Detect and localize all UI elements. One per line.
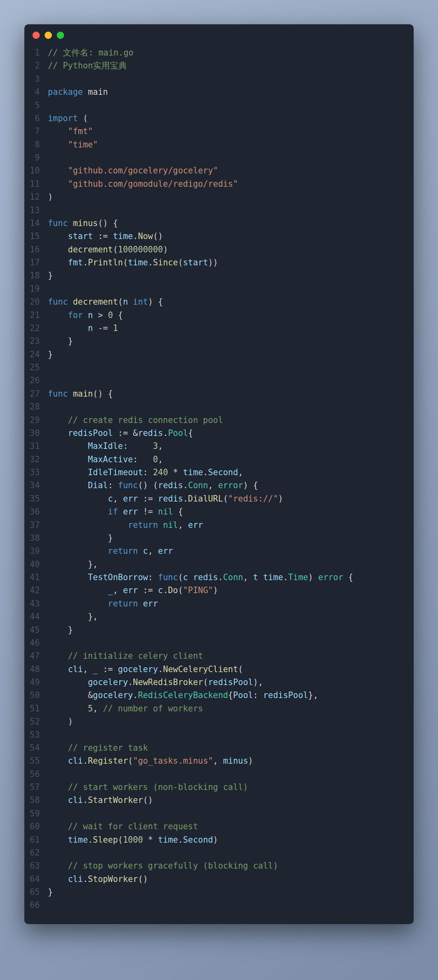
titlebar [24, 24, 414, 42]
code-content: // Python实用宝典 [48, 59, 414, 72]
code-content: "time" [48, 138, 414, 151]
code-content [48, 807, 414, 820]
code-content [48, 374, 414, 387]
code-line: 23 } [24, 335, 414, 348]
line-number: 12 [24, 190, 48, 203]
code-line: 38 } [24, 532, 414, 544]
maximize-icon[interactable] [57, 32, 64, 39]
line-number: 60 [24, 820, 48, 833]
line-number: 14 [24, 217, 48, 230]
code-line: 35 c, err := redis.DialURL("redis://") [24, 492, 414, 505]
code-line: 7 "fmt" [24, 125, 414, 138]
code-line: 39 return c, err [24, 544, 414, 557]
code-line: 55 cli.Register("go_tasks.minus", minus) [24, 754, 414, 767]
code-line: 36 if err != nil { [24, 505, 414, 518]
code-content: // register task [48, 741, 414, 754]
code-content: func main() { [48, 387, 414, 400]
line-number: 23 [24, 335, 48, 348]
line-number: 32 [24, 453, 48, 466]
code-content: time.Sleep(1000 * time.Second) [48, 833, 414, 846]
line-number: 30 [24, 427, 48, 440]
code-content [48, 361, 414, 374]
code-line: 44 }, [24, 610, 414, 623]
code-line: 46 [24, 636, 414, 649]
code-content [48, 400, 414, 413]
code-line: 21 for n > 0 { [24, 309, 414, 322]
code-line: 17 fmt.Println(time.Since(start)) [24, 256, 414, 269]
code-content: c, err := redis.DialURL("redis://") [48, 492, 414, 505]
code-content: // 文件名: main.go [48, 46, 414, 59]
line-number: 27 [24, 387, 48, 400]
line-number: 48 [24, 663, 48, 676]
minimize-icon[interactable] [45, 32, 52, 39]
close-icon[interactable] [32, 32, 40, 39]
line-number: 41 [24, 571, 48, 584]
code-content: Dial: func() (redis.Conn, error) { [48, 479, 414, 492]
line-number: 51 [24, 702, 48, 715]
line-number: 24 [24, 348, 48, 361]
line-number: 45 [24, 623, 48, 636]
code-content: MaxActive: 0, [48, 453, 414, 466]
code-content: if err != nil { [48, 505, 414, 518]
line-number: 15 [24, 230, 48, 243]
code-line: 14func minus() { [24, 217, 414, 230]
code-content [48, 728, 414, 741]
code-content: } [48, 335, 414, 348]
line-number: 35 [24, 492, 48, 505]
code-line: 15 start := time.Now() [24, 230, 414, 243]
code-content: TestOnBorrow: func(c redis.Conn, t time.… [48, 571, 414, 584]
line-number: 46 [24, 636, 48, 649]
code-line: 16 decrement(100000000) [24, 243, 414, 256]
code-content: "github.com/gocelery/gocelery" [48, 164, 414, 177]
code-content: // initialize celery client [48, 649, 414, 662]
line-number: 37 [24, 519, 48, 532]
line-number: 39 [24, 544, 48, 557]
line-number: 7 [24, 125, 48, 138]
code-content [48, 846, 414, 859]
code-line: 13 [24, 204, 414, 217]
line-number: 64 [24, 873, 48, 886]
code-content: "github.com/gomodule/redigo/redis" [48, 177, 414, 190]
code-content: fmt.Println(time.Since(start)) [48, 256, 414, 269]
line-number: 33 [24, 466, 48, 479]
code-content [48, 99, 414, 112]
line-number: 2 [24, 59, 48, 72]
code-content: // start workers (non-blocking call) [48, 781, 414, 794]
line-number: 22 [24, 322, 48, 335]
code-line: 24} [24, 348, 414, 361]
line-number: 11 [24, 177, 48, 190]
code-line: 41 TestOnBorrow: func(c redis.Conn, t ti… [24, 571, 414, 584]
code-content: return nil, err [48, 519, 414, 532]
code-content: import ( [48, 112, 414, 125]
code-line: 48 cli, _ := gocelery.NewCeleryClient( [24, 663, 414, 676]
line-number: 50 [24, 689, 48, 702]
code-line: 27func main() { [24, 387, 414, 400]
code-editor[interactable]: 1// 文件名: main.go2// Python实用宝典34package … [24, 42, 414, 924]
line-number: 43 [24, 597, 48, 610]
code-line: 58 cli.StartWorker() [24, 794, 414, 807]
code-line: 65} [24, 886, 414, 899]
line-number: 1 [24, 46, 48, 59]
code-content: n -= 1 [48, 322, 414, 335]
line-number: 26 [24, 374, 48, 387]
code-line: 11 "github.com/gomodule/redigo/redis" [24, 177, 414, 190]
code-line: 61 time.Sleep(1000 * time.Second) [24, 833, 414, 846]
code-line: 4package main [24, 85, 414, 98]
code-content: decrement(100000000) [48, 243, 414, 256]
code-content: // stop workers gracefully (blocking cal… [48, 859, 414, 872]
code-line: 33 IdleTimeout: 240 * time.Second, [24, 466, 414, 479]
code-content: ) [48, 715, 414, 728]
code-line: 34 Dial: func() (redis.Conn, error) { [24, 479, 414, 492]
code-line: 9 [24, 151, 414, 164]
line-number: 59 [24, 807, 48, 820]
code-line: 3 [24, 73, 414, 85]
line-number: 17 [24, 256, 48, 269]
line-number: 44 [24, 610, 48, 623]
code-line: 53 [24, 728, 414, 741]
line-number: 54 [24, 741, 48, 754]
line-number: 47 [24, 649, 48, 662]
code-line: 49 gocelery.NewRedisBroker(redisPool), [24, 676, 414, 689]
code-content [48, 73, 414, 85]
code-line: 45 } [24, 623, 414, 636]
code-line: 20func decrement(n int) { [24, 295, 414, 308]
